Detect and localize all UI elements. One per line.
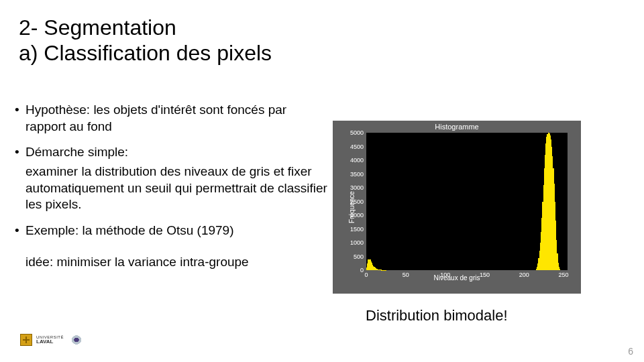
y-tick: 4000: [335, 157, 364, 164]
histogram-figure: Histogramme Fréquence Niveaux de gris 05…: [333, 121, 581, 294]
x-tick: 0: [358, 272, 374, 278]
figure-caption: Distribution bimodale!: [366, 307, 508, 324]
plot-area: [366, 133, 568, 270]
x-tick: 250: [555, 272, 572, 278]
eye-logo-icon: [68, 335, 85, 345]
ulaval-text: UNIVERSITÉ LAVAL: [36, 335, 64, 345]
bullet-list: Hypothèse: les objets d'intérêt sont fon…: [13, 102, 329, 280]
y-tick: 5000: [335, 129, 364, 136]
footer-logos: UNIVERSITÉ LAVAL: [20, 334, 85, 346]
y-tick: 3500: [335, 171, 364, 178]
bullet-2-sub: examiner la distribution des niveaux de …: [25, 164, 329, 213]
bullet-1: Hypothèse: les objets d'intérêt sont fon…: [13, 102, 329, 135]
ulaval-crest-icon: [20, 334, 32, 346]
y-tick: 3000: [335, 184, 364, 191]
page-number: 6: [628, 346, 633, 357]
bullet-2-text: Démarche simple:: [25, 145, 128, 159]
x-tick: 100: [437, 272, 453, 278]
bullet-2: Démarche simple: examiner la distributio…: [13, 144, 329, 213]
y-tick: 2000: [335, 212, 364, 219]
y-tick: 4500: [335, 143, 364, 150]
x-tick: 200: [516, 272, 532, 278]
bullet-3-sub: idée: minimiser la variance intra-groupe: [25, 254, 329, 271]
y-tick: 500: [335, 253, 364, 260]
histogram-bar: [559, 269, 560, 270]
bullet-1-text: Hypothèse: les objets d'intérêt sont fon…: [25, 103, 286, 133]
y-tick: 1500: [335, 226, 364, 233]
bullet-3-text: Exemple: la méthode de Otsu (1979): [25, 223, 234, 237]
title-line-2: a) Classification des pixels: [19, 40, 272, 66]
title-line-1: 2- Segmentation: [19, 15, 272, 40]
chart-title: Histogramme: [333, 123, 581, 131]
y-tick: 2500: [335, 198, 364, 205]
x-tick: 150: [476, 272, 492, 278]
x-tick: 50: [398, 272, 414, 278]
logo-laval: LAVAL: [36, 339, 64, 345]
y-tick: 1000: [335, 239, 364, 246]
bullet-3: Exemple: la méthode de Otsu (1979) idée:…: [13, 223, 329, 270]
slide-title: 2- Segmentation a) Classification des pi…: [19, 15, 272, 66]
